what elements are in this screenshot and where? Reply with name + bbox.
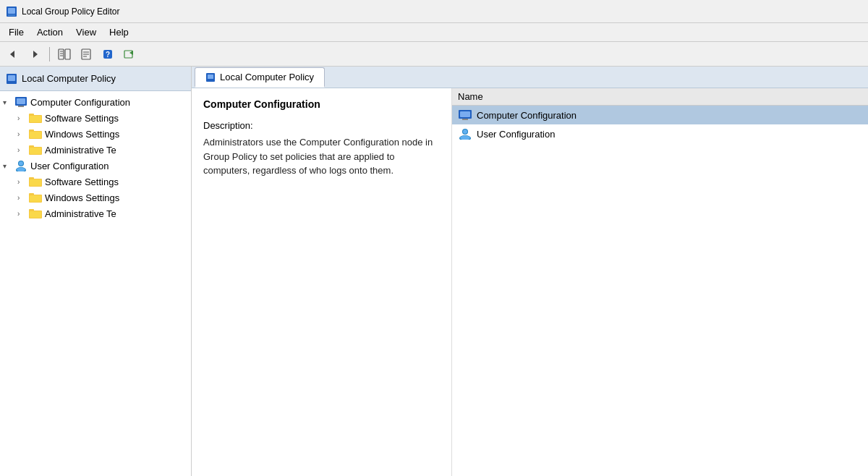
- description-pane: Computer Configuration Description: Admi…: [192, 88, 452, 476]
- menu-file[interactable]: File: [3, 25, 30, 39]
- user-config-icon: [14, 160, 27, 171]
- svg-rect-16: [124, 51, 132, 58]
- forward-button[interactable]: [25, 45, 45, 64]
- list-item-user-config-label: User Configuration: [477, 129, 555, 140]
- admin-templates-comp-label: Administrative Te: [45, 145, 116, 156]
- folder-icon-admin-user: [29, 208, 42, 219]
- svg-rect-44: [30, 211, 41, 218]
- tree-header-icon: [6, 73, 17, 85]
- expand-icon-software-comp: ›: [17, 114, 29, 122]
- list-item-computer-configuration[interactable]: Computer Configuration: [452, 106, 868, 124]
- right-pane: Local Computer Policy Computer Configura…: [192, 67, 868, 476]
- description-label: Description:: [203, 120, 440, 131]
- list-item-user-config-icon: [458, 127, 472, 140]
- list-pane: Name Computer Configuration: [452, 88, 868, 476]
- properties-icon: [80, 48, 92, 60]
- user-config-label: User Configuration: [30, 161, 109, 171]
- svg-rect-22: [18, 106, 24, 107]
- folder-icon-admin-comp: [29, 144, 42, 156]
- svg-rect-38: [30, 179, 41, 186]
- svg-marker-17: [129, 51, 133, 55]
- title-bar-text: Local Group Policy Editor: [22, 7, 119, 17]
- svg-point-52: [463, 129, 467, 134]
- forward-icon: [30, 49, 40, 59]
- svg-rect-21: [17, 98, 25, 104]
- tree-item-admin-templates-comp[interactable]: › Administrative Te: [0, 142, 191, 158]
- tree-item-software-settings-comp[interactable]: › Software Settings: [0, 110, 191, 126]
- computer-config-icon: [14, 96, 27, 108]
- new-window-icon: [123, 48, 136, 60]
- help-icon: ?: [102, 48, 114, 60]
- back-button[interactable]: [3, 45, 23, 64]
- menu-action[interactable]: Action: [31, 25, 69, 39]
- list-item-computer-config-icon: [458, 109, 472, 122]
- tree-pane: Local Computer Policy ▾ Computer Configu…: [0, 67, 192, 476]
- folder-icon-windows-user: [29, 192, 42, 203]
- main-container: Local Computer Policy ▾ Computer Configu…: [0, 67, 868, 476]
- svg-rect-5: [59, 49, 64, 59]
- svg-rect-1: [8, 8, 15, 14]
- menu-bar: File Action View Help: [0, 23, 868, 42]
- windows-settings-comp-label: Windows Settings: [45, 129, 119, 140]
- list-item-user-configuration[interactable]: User Configuration: [452, 124, 868, 143]
- app-icon: [6, 6, 17, 17]
- new-window-button[interactable]: [119, 45, 140, 64]
- menu-view[interactable]: View: [70, 25, 102, 39]
- svg-rect-31: [30, 148, 41, 154]
- tree-item-windows-settings-user[interactable]: › Windows Settings: [0, 190, 191, 205]
- svg-marker-3: [10, 51, 14, 58]
- tree-header-label: Local Computer Policy: [22, 73, 116, 84]
- expand-icon-admin-comp: ›: [17, 146, 29, 154]
- properties-button[interactable]: [76, 45, 96, 64]
- expand-icon-windows-user: ›: [17, 194, 29, 202]
- title-bar: Local Group Policy Editor: [0, 0, 868, 23]
- show-hide-button[interactable]: [54, 45, 75, 64]
- breadcrumb-label: Local Computer Policy: [220, 72, 314, 82]
- svg-marker-4: [33, 51, 38, 58]
- toolbar: ?: [0, 42, 868, 67]
- content-area: Computer Configuration Description: Admi…: [192, 88, 868, 476]
- expand-icon-windows-comp: ›: [17, 130, 29, 138]
- svg-rect-28: [30, 132, 41, 138]
- svg-rect-48: [460, 111, 470, 117]
- tree-item-computer-config[interactable]: ▾ Computer Configuration: [0, 94, 191, 110]
- back-icon: [8, 49, 18, 59]
- help-button[interactable]: ?: [98, 45, 118, 64]
- tree-body: ▾ Computer Configuration ›: [0, 91, 191, 476]
- expand-icon-computer-config: ▾: [3, 98, 14, 106]
- description-text: Administrators use the Computer Configur…: [203, 135, 440, 178]
- tree-header: Local Computer Policy: [0, 67, 191, 91]
- console-tree-icon: [58, 48, 71, 60]
- breadcrumb-tab: Local Computer Policy: [195, 67, 325, 88]
- expand-icon-admin-user: ›: [17, 210, 29, 218]
- svg-text:?: ?: [106, 51, 110, 59]
- folder-icon-software-comp: [29, 112, 42, 124]
- software-settings-comp-label: Software Settings: [45, 113, 119, 124]
- svg-rect-19: [8, 75, 15, 81]
- svg-rect-49: [462, 119, 468, 120]
- svg-rect-6: [65, 49, 70, 59]
- tree-item-user-config[interactable]: ▾ User Configuration: [0, 158, 191, 174]
- list-item-computer-config-label: Computer Configuration: [477, 110, 576, 121]
- svg-rect-2: [8, 14, 15, 16]
- expand-icon-software-user: ›: [17, 178, 29, 186]
- breadcrumb-icon: [205, 72, 216, 82]
- tree-item-software-settings-user[interactable]: › Software Settings: [0, 174, 191, 190]
- svg-rect-25: [30, 116, 41, 122]
- toolbar-separator-1: [49, 47, 50, 61]
- folder-icon-software-user: [29, 176, 42, 187]
- list-header: Name: [452, 88, 868, 106]
- folder-icon-windows-comp: [29, 128, 42, 140]
- svg-point-34: [19, 161, 23, 166]
- admin-templates-user-label: Administrative Te: [45, 208, 116, 219]
- svg-rect-46: [208, 75, 213, 79]
- tree-item-admin-templates-user[interactable]: › Administrative Te: [0, 205, 191, 221]
- tree-item-windows-settings-comp[interactable]: › Windows Settings: [0, 126, 191, 142]
- windows-settings-user-label: Windows Settings: [45, 192, 119, 203]
- expand-icon-user-config: ▾: [3, 162, 14, 170]
- svg-rect-41: [30, 195, 41, 202]
- menu-help[interactable]: Help: [103, 25, 135, 39]
- computer-config-label: Computer Configuration: [30, 97, 130, 108]
- content-title: Computer Configuration: [203, 98, 440, 110]
- software-settings-user-label: Software Settings: [45, 177, 119, 187]
